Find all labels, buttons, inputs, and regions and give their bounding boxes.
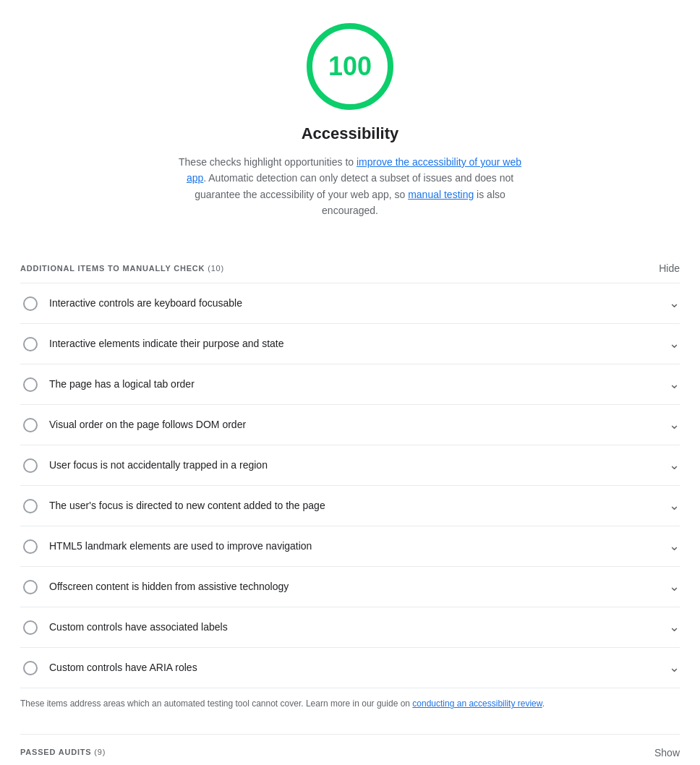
audit-label-8: Offscreen content is hidden from assisti… (49, 579, 663, 594)
manual-check-count: (10) (208, 264, 224, 273)
audit-label-4: Visual order on the page follows DOM ord… (49, 417, 663, 432)
score-circle: 100 (307, 23, 393, 110)
audit-status-icon-6 (23, 499, 38, 513)
score-section: 100 Accessibility These checks highlight… (20, 0, 680, 231)
audit-label-6: The user's focus is directed to new cont… (49, 498, 663, 513)
audit-item-10[interactable]: Custom controls have ARIA roles ⌄ (20, 648, 680, 688)
audit-item-6[interactable]: The user's focus is directed to new cont… (20, 486, 680, 526)
audit-label-2: Interactive elements indicate their purp… (49, 336, 663, 351)
chevron-down-icon-5: ⌄ (669, 456, 680, 475)
audit-status-icon-1 (23, 296, 38, 311)
audit-item-2[interactable]: Interactive elements indicate their purp… (20, 324, 680, 364)
audit-list: Interactive controls are keyboard focusa… (20, 283, 680, 688)
passed-show-button[interactable]: Show (654, 747, 680, 758)
hide-button[interactable]: Hide (659, 262, 680, 274)
description-text-1: These checks highlight opportunities to (179, 156, 357, 168)
chevron-down-icon-10: ⌄ (669, 658, 680, 678)
audit-label-10: Custom controls have ARIA roles (49, 660, 663, 675)
audit-label-3: The page has a logical tab order (49, 377, 663, 392)
audit-status-icon-7 (23, 539, 38, 554)
manual-check-header: ADDITIONAL ITEMS TO MANUALLY CHECK (10) … (20, 248, 680, 283)
score-description: These checks highlight opportunities to … (169, 154, 531, 219)
chevron-down-icon-2: ⌄ (669, 334, 680, 354)
audit-label-7: HTML5 landmark elements are used to impr… (49, 539, 663, 554)
audit-status-icon-9 (23, 620, 38, 635)
audit-item-9[interactable]: Custom controls have associated labels ⌄ (20, 607, 680, 648)
audit-status-icon-4 (23, 418, 38, 432)
chevron-down-icon-1: ⌄ (669, 294, 680, 313)
audit-item-7[interactable]: HTML5 landmark elements are used to impr… (20, 526, 680, 567)
manual-check-title: ADDITIONAL ITEMS TO MANUALLY CHECK (10) (20, 262, 224, 275)
audit-item-3[interactable]: The page has a logical tab order ⌄ (20, 364, 680, 405)
audit-status-icon-8 (23, 580, 38, 594)
audit-item-1[interactable]: Interactive controls are keyboard focusa… (20, 283, 680, 324)
audit-label-9: Custom controls have associated labels (49, 620, 663, 635)
passed-audits-title-text: PASSED AUDITS (20, 748, 91, 756)
audit-status-icon-10 (23, 661, 38, 675)
audit-item-4[interactable]: Visual order on the page follows DOM ord… (20, 405, 680, 445)
manual-note-text-before: These items address areas which an autom… (20, 698, 412, 709)
manual-testing-link[interactable]: manual testing (408, 189, 474, 200)
manual-note-text-after: . (542, 698, 545, 709)
passed-audits-section: PASSED AUDITS (9) Show (20, 734, 680, 765)
chevron-down-icon-9: ⌄ (669, 617, 680, 637)
manual-check-note: These items address areas which an autom… (20, 688, 680, 728)
audit-label-1: Interactive controls are keyboard focusa… (49, 296, 663, 311)
audit-label-5: User focus is not accidentally trapped i… (49, 458, 663, 473)
chevron-down-icon-8: ⌄ (669, 577, 680, 597)
audit-item-5[interactable]: User focus is not accidentally trapped i… (20, 445, 680, 486)
audit-item-8[interactable]: Offscreen content is hidden from assisti… (20, 567, 680, 607)
audit-status-icon-5 (23, 458, 38, 473)
chevron-down-icon-7: ⌄ (669, 537, 680, 556)
manual-check-title-text: ADDITIONAL ITEMS TO MANUALLY CHECK (20, 264, 205, 273)
page-container: 100 Accessibility These checks highlight… (0, 0, 700, 765)
audit-status-icon-3 (23, 377, 38, 392)
passed-audits-title: PASSED AUDITS (9) (20, 746, 106, 758)
score-value: 100 (328, 47, 372, 86)
score-title: Accessibility (302, 121, 399, 145)
audit-status-icon-2 (23, 337, 38, 351)
chevron-down-icon-4: ⌄ (669, 415, 680, 435)
chevron-down-icon-6: ⌄ (669, 496, 680, 516)
passed-audits-count: (9) (94, 748, 106, 756)
accessibility-review-link[interactable]: conducting an accessibility review (412, 698, 542, 709)
chevron-down-icon-3: ⌄ (669, 375, 680, 394)
